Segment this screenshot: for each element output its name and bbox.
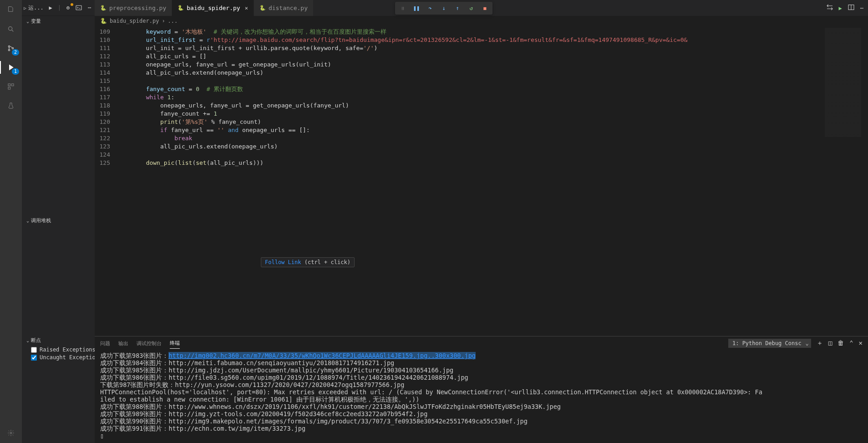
- debug-badge: 1: [12, 68, 19, 75]
- tab-terminal[interactable]: 终端: [170, 338, 180, 349]
- svg-point-0: [9, 27, 12, 31]
- code-area[interactable]: keyword = '木地板' # 关键词，改为你想输入的词即可，相当于在百度图…: [117, 26, 822, 336]
- more-icon[interactable]: ⋯: [86, 5, 93, 11]
- breadcrumb[interactable]: 🐍 baidu_spider.py › ...: [95, 16, 868, 26]
- minimap[interactable]: [822, 26, 868, 336]
- tab-debug-console[interactable]: 调试控制台: [137, 338, 162, 349]
- test-icon[interactable]: [5, 100, 16, 111]
- editor: 🐍preprocessing.py 🐍baidu_spider.py× 🐍dis…: [95, 0, 868, 443]
- source-control-icon[interactable]: 2: [5, 43, 16, 54]
- run-file-icon[interactable]: ▶: [839, 5, 842, 11]
- svg-rect-5: [11, 84, 14, 86]
- link-tooltip: Follow Link (ctrl + click): [261, 257, 355, 267]
- line-numbers: 1091101111121131141151161171181191201211…: [95, 26, 117, 336]
- svg-point-2: [8, 49, 10, 51]
- step-into-icon[interactable]: ↓: [438, 3, 450, 14]
- trash-icon[interactable]: 🗑: [838, 339, 844, 347]
- split-editor-icon[interactable]: [848, 4, 855, 12]
- tab-problems[interactable]: 问题: [100, 338, 110, 349]
- svg-point-7: [10, 432, 12, 434]
- start-debug-icon[interactable]: ▶: [47, 5, 54, 11]
- pause-icon[interactable]: ❚❚: [411, 3, 422, 14]
- debug-icon[interactable]: 1: [5, 62, 16, 73]
- variables-section[interactable]: ⌄变量: [22, 16, 95, 26]
- tab-preprocessing[interactable]: 🐍preprocessing.py: [95, 0, 172, 16]
- debug-toolbar: ⁞⁞ ❚❚ ↷ ↓ ↑ ↺ ◼: [395, 2, 492, 15]
- new-terminal-icon[interactable]: ＋: [817, 339, 823, 347]
- extensions-icon[interactable]: [5, 81, 16, 92]
- sidebar: ▷ 运... ▶ | ⚙ ⋯ ⌄变量 ⌄调用堆栈 ⌄断点 Raised Exce…: [22, 0, 95, 443]
- step-out-icon[interactable]: ↑: [452, 3, 463, 14]
- breakpoints-section[interactable]: ⌄断点: [22, 335, 95, 346]
- tab-baidu-spider[interactable]: 🐍baidu_spider.py×: [172, 0, 254, 16]
- gear-icon[interactable]: ⚙: [65, 5, 71, 11]
- maximize-panel-icon[interactable]: ⌃: [849, 339, 853, 347]
- split-terminal-icon[interactable]: ◫: [828, 339, 832, 347]
- tab-output[interactable]: 输出: [118, 338, 128, 349]
- debug-console-icon[interactable]: [75, 4, 82, 11]
- files-icon[interactable]: [0, 3, 22, 15]
- terminal-selector[interactable]: 1: Python Debug Consc ⌄: [728, 339, 811, 348]
- svg-rect-4: [8, 84, 10, 86]
- panel-tabs: 问题 输出 调试控制台 终端 1: Python Debug Consc ⌄ ＋…: [95, 336, 868, 350]
- search-icon[interactable]: [5, 24, 16, 35]
- activity-bar: 2 1: [0, 0, 22, 443]
- svg-rect-8: [76, 5, 81, 10]
- callstack-section[interactable]: ⌄调用堆栈: [22, 215, 95, 226]
- source-control-badge: 2: [12, 49, 19, 56]
- compare-icon[interactable]: [826, 4, 833, 12]
- svg-rect-6: [8, 87, 10, 89]
- run-config[interactable]: ▷ 运...: [24, 4, 44, 12]
- close-icon[interactable]: ×: [245, 5, 248, 11]
- drag-handle-icon[interactable]: ⁞⁞: [397, 3, 409, 14]
- step-over-icon[interactable]: ↷: [424, 3, 436, 14]
- stop-icon[interactable]: ◼: [479, 3, 491, 14]
- bp-uncaught-exceptions[interactable]: Uncaught Exceptio: [31, 354, 91, 361]
- settings-icon[interactable]: [5, 428, 16, 438]
- close-panel-icon[interactable]: ✕: [859, 339, 863, 347]
- svg-point-1: [8, 46, 10, 47]
- restart-icon[interactable]: ↺: [465, 3, 477, 14]
- bp-raised-exceptions[interactable]: Raised Exceptions: [31, 346, 91, 353]
- terminal-output[interactable]: 成功下载第983张图片：http://img002.hc360.cn/m7/M0…: [95, 350, 868, 443]
- tab-distance[interactable]: 🐍distance.py: [254, 0, 314, 16]
- bottom-panel: 问题 输出 调试控制台 终端 1: Python Debug Consc ⌄ ＋…: [95, 336, 868, 443]
- debug-run-toolbar: ▷ 运... ▶ | ⚙ ⋯: [22, 0, 95, 16]
- more-actions-icon[interactable]: ⋯: [860, 5, 863, 11]
- svg-point-3: [12, 47, 13, 49]
